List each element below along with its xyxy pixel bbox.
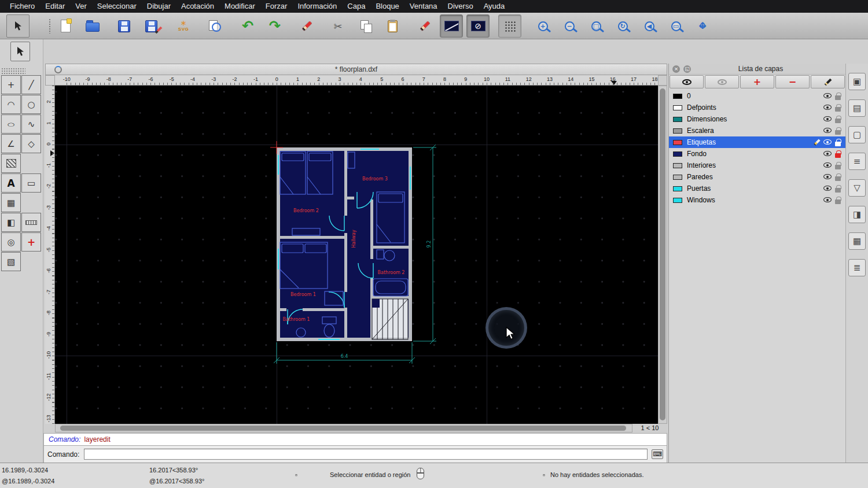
select-tool-button[interactable] xyxy=(6,14,30,38)
image-tool-button[interactable]: ▦ xyxy=(1,193,21,212)
menu-informacion[interactable]: Información xyxy=(292,0,342,13)
copy-button[interactable] xyxy=(355,14,378,38)
zoom-in-button[interactable]: + xyxy=(531,14,554,38)
polylines-tool-button[interactable]: ∠ xyxy=(1,134,21,153)
visibility-eye-icon[interactable] xyxy=(823,162,832,168)
visibility-eye-icon[interactable] xyxy=(823,105,832,110)
cut-button[interactable]: ✂ xyxy=(326,14,350,38)
lock-icon[interactable] xyxy=(835,199,841,204)
zoom-auto-button[interactable]: □ xyxy=(584,14,608,38)
layer-row-escalera[interactable]: Escalera xyxy=(669,125,845,136)
layer-row-paredes[interactable]: Paredes xyxy=(669,171,845,183)
zoom-window-button[interactable]: ▭ xyxy=(664,14,687,38)
lock-icon[interactable] xyxy=(835,95,841,100)
draw-order-button[interactable]: ⊘ xyxy=(466,14,490,38)
new-document-button[interactable] xyxy=(54,14,77,38)
hatch-tool-button[interactable] xyxy=(1,154,21,173)
dock-filter-button[interactable]: ▽ xyxy=(848,179,866,197)
menu-forzar[interactable]: Forzar xyxy=(260,0,293,13)
order-tool-button[interactable]: ◎ xyxy=(1,232,21,252)
lock-icon[interactable] xyxy=(835,153,841,158)
pen-edit-button[interactable] xyxy=(295,14,318,38)
arcs-tool-button[interactable]: ◠ xyxy=(1,95,21,114)
snap-tool-button[interactable]: + xyxy=(21,232,41,252)
visibility-eye-icon[interactable] xyxy=(823,128,832,133)
dock-clipboard-button[interactable]: ≣ xyxy=(848,259,866,276)
visibility-eye-icon[interactable] xyxy=(823,186,832,191)
measure-tool-button[interactable] xyxy=(21,213,41,232)
dock-visor-button[interactable]: ▢ xyxy=(848,126,866,143)
polygons-tool-button[interactable]: ◇ xyxy=(21,134,41,153)
lock-icon[interactable] xyxy=(835,142,841,146)
visibility-eye-icon[interactable] xyxy=(823,116,832,121)
isometric-tool-button[interactable]: ▧ xyxy=(1,252,21,271)
hide-all-layers-button[interactable] xyxy=(705,75,739,88)
grid-toggle-button[interactable] xyxy=(498,14,521,38)
layer-row-0[interactable]: 0 xyxy=(669,90,845,102)
menu-ayuda[interactable]: Ayuda xyxy=(479,0,510,13)
horizontal-scrollbar[interactable] xyxy=(55,424,632,432)
menu-editar[interactable]: Editar xyxy=(40,0,70,13)
lock-icon[interactable] xyxy=(835,119,841,123)
menu-fichero[interactable]: Fichero xyxy=(5,0,40,13)
visibility-eye-icon[interactable] xyxy=(823,139,832,145)
line-settings-button[interactable] xyxy=(440,14,463,38)
layer-row-windows[interactable]: Windows xyxy=(669,194,845,206)
attributes-pen-button[interactable] xyxy=(413,14,436,38)
undo-button[interactable]: ↶ xyxy=(236,14,259,38)
layer-row-fondo[interactable]: Fondo xyxy=(669,148,845,160)
dock-lines-button[interactable]: ≡ xyxy=(848,153,866,170)
menu-capa[interactable]: Capa xyxy=(342,0,370,13)
open-file-button[interactable] xyxy=(81,14,104,38)
zoom-pan-button[interactable]: ↔↕ xyxy=(691,14,714,38)
vertical-scrollbar[interactable] xyxy=(658,86,667,424)
menu-bloque[interactable]: Bloque xyxy=(370,0,404,13)
layer-row-dimensiones[interactable]: Dimensiones xyxy=(669,113,845,125)
zoom-previous-button[interactable]: ◀ xyxy=(638,14,661,38)
visibility-eye-icon[interactable] xyxy=(823,151,832,156)
zoom-out-button[interactable]: − xyxy=(558,14,581,38)
command-input[interactable] xyxy=(84,449,648,460)
menu-dibujar[interactable]: Dibujar xyxy=(142,0,176,13)
lock-icon[interactable] xyxy=(835,188,841,193)
vertical-scrollbar-thumb[interactable] xyxy=(660,88,665,420)
rect-dim-tool-button[interactable]: ▭ xyxy=(21,173,41,193)
text-tool-button[interactable]: A xyxy=(1,173,21,193)
dimension-tool-button[interactable]: ◧ xyxy=(1,213,21,232)
zoom-redraw-button[interactable]: ↻ xyxy=(611,14,634,38)
lock-icon[interactable] xyxy=(835,165,841,169)
close-icon[interactable]: × xyxy=(672,65,680,73)
circles-tool-button[interactable]: ○ xyxy=(21,95,41,114)
menu-acotacion[interactable]: Acotación xyxy=(176,0,219,13)
visibility-eye-icon[interactable] xyxy=(823,93,832,98)
visibility-eye-icon[interactable] xyxy=(823,197,832,202)
ellipses-tool-button[interactable]: ○ xyxy=(1,114,21,134)
points-tool-button[interactable]: + xyxy=(1,75,21,94)
menu-diverso[interactable]: Diverso xyxy=(443,0,479,13)
add-layer-button[interactable]: + xyxy=(740,75,774,88)
layer-row-puertas[interactable]: Puertas xyxy=(669,183,845,194)
layer-row-interiores[interactable]: Interiores xyxy=(669,160,845,171)
splines-tool-button[interactable]: ∿ xyxy=(21,114,41,134)
lock-icon[interactable] xyxy=(835,107,841,112)
menu-modificar[interactable]: Modificar xyxy=(219,0,260,13)
horizontal-scrollbar-thumb[interactable] xyxy=(60,426,626,431)
print-preview-button[interactable] xyxy=(204,14,227,38)
redo-button[interactable]: ↷ xyxy=(263,14,286,38)
save-button[interactable] xyxy=(112,14,135,38)
palette-select-tool[interactable] xyxy=(10,42,30,61)
show-all-layers-button[interactable] xyxy=(670,75,704,88)
save-as-button[interactable] xyxy=(139,14,163,38)
layer-row-etiquetas[interactable]: Etiquetas xyxy=(669,136,845,148)
edit-layer-button[interactable] xyxy=(811,75,845,88)
layer-row-defpoints[interactable]: Defpoints xyxy=(669,102,845,113)
dock-blocks-button[interactable]: ▤ xyxy=(848,99,866,117)
remove-layer-button[interactable]: − xyxy=(775,75,810,88)
lock-icon[interactable] xyxy=(835,176,841,181)
dock-library-button[interactable]: ▣ xyxy=(848,73,866,90)
lock-icon[interactable] xyxy=(835,130,841,135)
detach-icon[interactable]: ◱ xyxy=(683,65,691,73)
paste-button[interactable] xyxy=(381,14,404,38)
keyboard-toggle-button[interactable]: ⌨ xyxy=(652,449,663,459)
menu-seleccionar[interactable]: Seleccionar xyxy=(92,0,142,13)
